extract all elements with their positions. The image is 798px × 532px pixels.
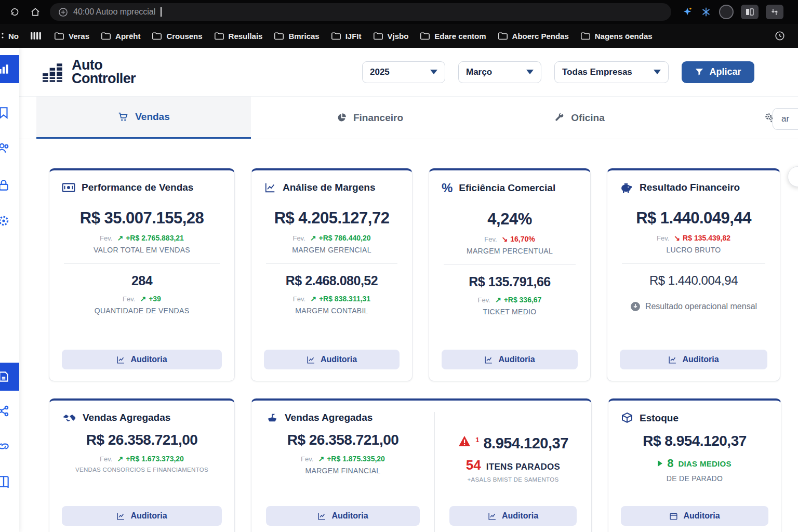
sidebar-item-dashboard[interactable] — [0, 55, 19, 83]
auditoria-button[interactable]: Auditoria — [62, 506, 222, 526]
delta-value: +R$ 336,67 — [504, 296, 542, 304]
metric-delta-2: Fev. ↗+R$ 838.311,31 — [264, 295, 400, 303]
bookmark-item[interactable]: Nagens ōendas — [580, 31, 653, 41]
auditoria-button[interactable]: Auditoria — [442, 350, 578, 369]
sidebar-item-docs[interactable] — [0, 468, 19, 496]
dashboard-tabs: Vendas Financeiro Oficina Peça — [19, 96, 798, 139]
card-title-text: Resultado Financeiro — [640, 182, 740, 193]
divider — [444, 264, 576, 265]
home-button[interactable] — [27, 4, 44, 20]
auditoria-button[interactable]: Auditoria — [621, 506, 768, 526]
card-title-text: Eficiência Comercial — [459, 182, 555, 194]
metric-caption: MARGEM GERENCIAL — [264, 246, 400, 254]
folder-icon — [152, 31, 162, 41]
card-vendas-agregadas-2: Vendas Agregadas R$ 26.358.721,00 Fev. ↗… — [251, 398, 592, 532]
bookmark-item[interactable]: Aprēht — [101, 31, 140, 41]
bookmark-label: Edare centom — [434, 32, 486, 41]
info-text: Resultado operacional mensal — [645, 302, 757, 311]
profile-avatar[interactable] — [719, 5, 734, 19]
bookmark-item[interactable]: Vjsbo — [373, 31, 409, 41]
play-triangle-icon — [658, 460, 662, 467]
bookmark-item[interactable]: IJFIt — [331, 31, 362, 41]
metric-value: R$ 26.358.721,00 — [62, 432, 222, 448]
tab-vendas[interactable]: Vendas — [36, 97, 251, 139]
sidebar-item-settings[interactable] — [0, 207, 19, 235]
bookmark-item[interactable]: Edare centom — [420, 31, 486, 41]
delta-period: Fev. — [100, 234, 112, 242]
card-performance-vendas: Performance de Vendas R$ 35.007.155,28 F… — [49, 168, 235, 381]
delta-value: +R$ 2.765.883,21 — [126, 234, 184, 242]
ship-icon — [266, 412, 278, 423]
metric-value: R$ 35.007.155,28 — [62, 209, 222, 228]
cards-row-1: Performance de Vendas R$ 35.007.155,28 F… — [49, 168, 798, 381]
sidebar-item-share[interactable] — [0, 397, 19, 425]
reload-button[interactable] — [6, 4, 23, 20]
auditoria-button[interactable]: Auditoria — [264, 350, 400, 369]
metric-caption: LUCRO BRUTO — [620, 246, 767, 254]
line-chart-icon — [307, 355, 315, 364]
divider — [266, 263, 397, 264]
apps-grid-icon[interactable] — [30, 31, 43, 41]
bookmark-item[interactable]: Resullais — [214, 31, 263, 41]
extension-sparkle-icon[interactable] — [682, 6, 693, 18]
month-select[interactable]: Março — [458, 61, 541, 83]
metric-delta: Fev. ↘16,70% — [442, 235, 578, 243]
bookmark-item[interactable]: Aboerc Pendas — [498, 31, 569, 41]
extension-snowflake-icon[interactable] — [700, 6, 712, 18]
folder-icon — [373, 31, 383, 41]
apply-button[interactable]: Aplicar — [682, 61, 754, 83]
bookmark-item[interactable]: Bmricas — [274, 31, 319, 41]
card-eficiencia-comercial: % Eficiência Comercial 4,24% Fev. ↘16,70… — [429, 168, 591, 381]
text-cursor — [161, 7, 162, 17]
sidebar-item-security[interactable] — [0, 171, 19, 200]
app-main: Auto Controller 2025 Março Todas Empresa… — [19, 48, 798, 532]
sidebar-item-bookmark[interactable] — [0, 99, 19, 127]
sidebar-item-integrations[interactable] — [0, 432, 19, 460]
delta-value: 16,70% — [510, 235, 535, 243]
folder-icon — [580, 31, 591, 41]
bookmark-item[interactable]: Crousens — [152, 31, 202, 41]
metric-caption: DE DE PARADO — [621, 474, 768, 483]
company-select[interactable]: Todas Empresas — [554, 61, 669, 83]
bookmark-item[interactable]: No — [1, 32, 19, 41]
tab-oficina[interactable]: Oficina — [488, 97, 670, 139]
line-chart-icon — [317, 512, 326, 521]
piggy-bank-icon — [620, 182, 633, 193]
year-select[interactable]: 2025 — [362, 61, 445, 83]
split-view-button[interactable] — [741, 5, 759, 19]
box-icon — [621, 412, 633, 424]
history-icon[interactable] — [774, 30, 786, 42]
bookmark-label: No — [8, 32, 19, 41]
address-bar[interactable]: 40:00 Autoo mpreccial — [50, 3, 671, 21]
metric-value: 4,24% — [442, 210, 578, 229]
partial-edge-button[interactable]: ar — [773, 108, 798, 130]
card-resultado-financeiro: Resultado Financeiro R$ 1.440.049,44 Fev… — [607, 168, 780, 381]
wide-card-right: 1 8.954.120,37 54 ITENS PARADOS +ASALS B… — [449, 412, 577, 526]
auditoria-button[interactable]: Auditoria — [62, 350, 222, 369]
line-chart-icon — [116, 355, 125, 364]
metric-value: R$ 8.954.120,37 — [621, 433, 768, 449]
bookmark-label: Crousens — [166, 32, 202, 41]
auditoria-button-label: Auditoria — [682, 355, 719, 364]
downloads-button[interactable] — [766, 5, 783, 19]
chevron-down-icon — [654, 70, 661, 74]
tab-financeiro[interactable]: Financeiro — [251, 97, 488, 139]
folder-icon — [498, 31, 508, 41]
info-icon — [630, 301, 641, 312]
auditoria-button[interactable]: Auditoria — [449, 506, 577, 526]
folder-icon — [420, 31, 430, 41]
sidebar-item-reports[interactable] — [0, 363, 19, 391]
logo-text-line1: Auto — [72, 59, 136, 72]
auditoria-button[interactable]: Auditoria — [620, 350, 767, 369]
bookmark-label: Aprēht — [115, 32, 140, 41]
filter-bar: 2025 Março Todas Empresas Aplicar — [362, 61, 754, 83]
logo-bars-icon — [42, 61, 66, 83]
browser-toolbar: 40:00 Autoo mpreccial — [0, 0, 798, 24]
card-title-text: Análise de Margens — [283, 182, 375, 193]
folder-icon — [54, 31, 64, 41]
bookmark-item[interactable]: Veras — [54, 31, 89, 41]
folder-icon — [214, 31, 224, 41]
delta-period: Fev. — [301, 455, 313, 463]
auditoria-button[interactable]: Auditoria — [266, 506, 420, 526]
sidebar-item-users[interactable] — [0, 134, 19, 162]
